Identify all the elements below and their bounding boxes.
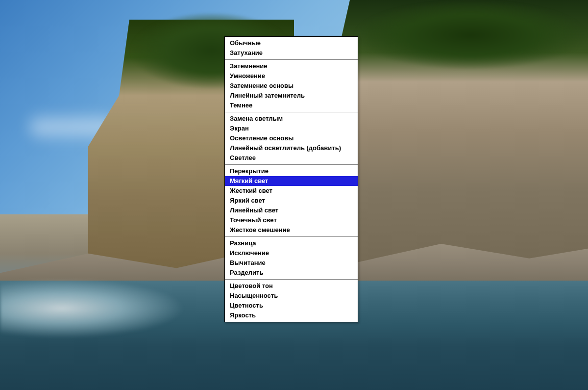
menu-item[interactable]: Обычные — [225, 38, 358, 48]
menu-group: Цветовой тонНасыщенностьЦветностьЯркость — [225, 279, 358, 322]
menu-item[interactable]: Перекрытие — [225, 166, 358, 176]
menu-item[interactable]: Цветность — [225, 301, 358, 311]
menu-item[interactable]: Точечный свет — [225, 215, 358, 225]
menu-item[interactable]: Замена светлым — [225, 114, 358, 124]
menu-item[interactable]: Затемнение основы — [225, 81, 358, 91]
menu-item[interactable]: Осветление основы — [225, 133, 358, 143]
menu-group: Замена светлымЭкранОсветление основыЛине… — [225, 112, 358, 164]
menu-item[interactable]: Исключение — [225, 248, 358, 258]
menu-group: ОбычныеЗатухание — [225, 37, 358, 59]
blend-mode-menu[interactable]: ОбычныеЗатуханиеЗатемнениеУмножениеЗатем… — [224, 36, 358, 322]
menu-item[interactable]: Светлее — [225, 153, 358, 163]
menu-item[interactable]: Разделить — [225, 268, 358, 278]
menu-item[interactable]: Темнее — [225, 101, 358, 110]
menu-item[interactable]: Мягкий свет — [225, 176, 358, 186]
menu-item[interactable]: Вычитание — [225, 258, 358, 268]
menu-item[interactable]: Экран — [225, 124, 358, 133]
menu-group: ЗатемнениеУмножениеЗатемнение основыЛине… — [225, 59, 358, 112]
menu-item[interactable]: Умножение — [225, 71, 358, 81]
menu-item[interactable]: Жесткий свет — [225, 186, 358, 196]
menu-item[interactable]: Затемнение — [225, 61, 358, 71]
menu-item[interactable]: Линейный осветлитель (добавить) — [225, 143, 358, 153]
menu-item[interactable]: Разница — [225, 238, 358, 248]
menu-item[interactable]: Насыщенность — [225, 291, 358, 301]
menu-item[interactable]: Жесткое смешение — [225, 225, 358, 235]
menu-group: РазницаИсключениеВычитаниеРазделить — [225, 236, 358, 279]
menu-item[interactable]: Яркость — [225, 311, 358, 320]
menu-item[interactable]: Затухание — [225, 48, 358, 58]
menu-item[interactable]: Линейный свет — [225, 206, 358, 215]
menu-item[interactable]: Линейный затемнитель — [225, 91, 358, 101]
trees-right — [353, 0, 588, 70]
menu-group: ПерекрытиеМягкий светЖесткий светЯркий с… — [225, 164, 358, 236]
menu-item[interactable]: Цветовой тон — [225, 281, 358, 291]
foam-region — [0, 273, 206, 343]
menu-item[interactable]: Яркий свет — [225, 196, 358, 206]
